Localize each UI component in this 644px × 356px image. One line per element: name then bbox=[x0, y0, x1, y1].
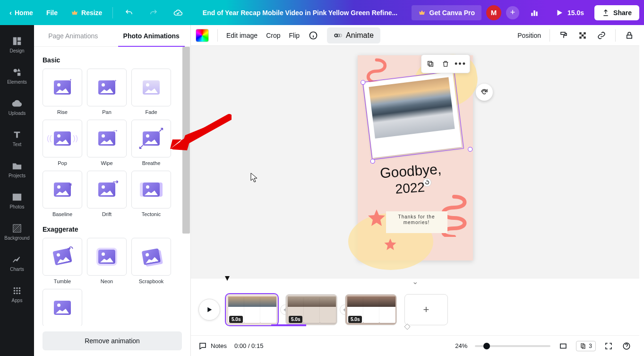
anim-scrapbook[interactable] bbox=[131, 238, 171, 276]
divider bbox=[112, 7, 113, 18]
anim-neon[interactable] bbox=[87, 238, 127, 276]
help-button[interactable] bbox=[621, 341, 632, 351]
animate-button[interactable]: Animate bbox=[327, 27, 380, 43]
star-decor bbox=[384, 238, 397, 251]
anim-baseline[interactable]: ⤒ bbox=[43, 171, 82, 208]
delete-button[interactable] bbox=[438, 57, 453, 71]
cloud-sync-button[interactable] bbox=[168, 2, 189, 23]
timeline-play-button[interactable] bbox=[198, 299, 220, 321]
playhead[interactable] bbox=[224, 275, 229, 280]
anim-pop[interactable]: (()) bbox=[43, 120, 82, 157]
svg-point-16 bbox=[14, 292, 16, 294]
duplicate-button[interactable] bbox=[423, 57, 438, 71]
svg-rect-23 bbox=[561, 32, 565, 35]
notes-button[interactable]: Notes bbox=[198, 342, 227, 350]
remove-animation-button[interactable]: Remove animation bbox=[43, 331, 182, 350]
position-button[interactable]: Position bbox=[517, 32, 541, 39]
bar-chart-icon bbox=[530, 8, 539, 17]
cloud-upload-icon bbox=[12, 98, 22, 109]
edit-image-button[interactable]: Edit image bbox=[226, 32, 258, 39]
rail-photos[interactable]: Photos bbox=[0, 185, 34, 216]
anim-drift[interactable]: ⇢ bbox=[87, 171, 127, 208]
anim-breathe[interactable]: ↙↗ bbox=[131, 120, 171, 157]
timeline-collapse[interactable]: ⌄ bbox=[191, 278, 639, 285]
zoom-slider[interactable] bbox=[475, 345, 550, 347]
rail-background[interactable]: Background bbox=[0, 216, 34, 247]
preview-button[interactable]: 15.0s bbox=[550, 9, 590, 17]
zoom-slider-thumb[interactable] bbox=[483, 343, 490, 349]
svg-rect-5 bbox=[17, 41, 21, 44]
get-pro-button[interactable]: Get Canva Pro bbox=[412, 5, 481, 20]
info-button[interactable] bbox=[308, 30, 318, 41]
rail-charts[interactable]: Charts bbox=[0, 247, 34, 278]
crown-icon bbox=[71, 9, 78, 17]
lock-icon bbox=[625, 31, 634, 40]
canvas-page[interactable]: Goodbye, 2022 Thanks for the memories! bbox=[358, 55, 473, 260]
file-menu[interactable]: File bbox=[42, 6, 62, 19]
transparency-button[interactable] bbox=[577, 30, 588, 41]
tab-photo-animations[interactable]: Photo Animations bbox=[112, 25, 191, 46]
expand-icon bbox=[604, 342, 613, 350]
timeline-clip-1[interactable]: 5.0s bbox=[226, 294, 278, 325]
flip-button[interactable]: Flip bbox=[289, 32, 300, 39]
timeline-clip-3[interactable]: 5.0s bbox=[345, 294, 397, 325]
lock-button[interactable] bbox=[624, 30, 635, 41]
timeline-clip-2[interactable]: 5.0s bbox=[285, 294, 337, 325]
anim-tectonic[interactable] bbox=[131, 171, 171, 208]
left-rail: Design Elements Uploads Text Projects Ph… bbox=[0, 25, 34, 356]
background-icon bbox=[12, 223, 22, 234]
timeline-range[interactable] bbox=[271, 324, 306, 326]
regenerate-button[interactable] bbox=[476, 84, 493, 101]
playback-time: 0:00 / 0:15 bbox=[234, 342, 263, 349]
fullscreen-button[interactable] bbox=[603, 341, 614, 351]
section-basic: Basic bbox=[43, 56, 182, 64]
anim-pan[interactable]: → bbox=[87, 69, 127, 106]
color-picker-button[interactable] bbox=[196, 29, 209, 42]
copy-style-button[interactable] bbox=[558, 30, 569, 41]
svg-point-10 bbox=[14, 287, 16, 289]
chevron-left-icon: ‹ bbox=[9, 9, 12, 17]
rail-projects[interactable]: Projects bbox=[0, 154, 34, 185]
home-button[interactable]: ‹ Home bbox=[5, 6, 38, 19]
divider bbox=[550, 29, 550, 42]
add-member-button[interactable]: + bbox=[506, 6, 519, 19]
undo-button[interactable] bbox=[119, 2, 139, 23]
document-title[interactable]: End of Year Recap Mobile Video in Pink Y… bbox=[193, 9, 406, 17]
page-indicator[interactable]: 3 bbox=[576, 341, 596, 351]
note-text[interactable]: Thanks for the memories! bbox=[386, 211, 447, 233]
resize-button[interactable]: Resize bbox=[66, 6, 107, 19]
anim-extra[interactable] bbox=[43, 289, 82, 326]
anim-fade[interactable] bbox=[131, 69, 171, 106]
svg-rect-25 bbox=[582, 34, 584, 36]
rail-design[interactable]: Design bbox=[0, 29, 34, 60]
anim-wipe[interactable]: → bbox=[87, 120, 127, 157]
add-page-button[interactable]: + bbox=[404, 294, 448, 325]
timeline-range-handle[interactable] bbox=[404, 323, 410, 329]
status-bar: Notes 0:00 / 0:15 24% 3 bbox=[191, 335, 639, 356]
rail-text[interactable]: Text bbox=[0, 122, 34, 154]
resize-handle-bl[interactable] bbox=[370, 159, 375, 164]
anim-rise[interactable]: ↑ bbox=[43, 69, 82, 106]
fit-view-button[interactable] bbox=[558, 341, 568, 351]
tab-page-animations[interactable]: Page Animations bbox=[34, 25, 112, 46]
avatar[interactable]: M bbox=[486, 5, 501, 20]
share-button[interactable]: Share bbox=[594, 5, 639, 20]
crop-button[interactable]: Crop bbox=[266, 32, 280, 39]
headline-text[interactable]: Goodbye, 2022 bbox=[379, 161, 456, 192]
top-bar: ‹ Home File Resize End of Year Recap Mob… bbox=[0, 0, 644, 25]
play-icon bbox=[555, 9, 564, 17]
insights-button[interactable] bbox=[524, 2, 545, 23]
resize-handle-br[interactable] bbox=[467, 147, 472, 152]
anim-tumble[interactable]: ↶ bbox=[43, 238, 82, 276]
svg-rect-31 bbox=[428, 61, 431, 65]
redo-button[interactable] bbox=[143, 2, 164, 23]
animations-scroll[interactable]: Basic ↑Rise →Pan Fade (())Pop →Wipe ↙↗Br… bbox=[34, 47, 190, 326]
selected-photo-element[interactable] bbox=[359, 71, 467, 163]
more-button[interactable]: ••• bbox=[454, 57, 468, 71]
template-icon bbox=[12, 36, 22, 46]
link-button[interactable] bbox=[596, 30, 607, 41]
rail-elements[interactable]: Elements bbox=[0, 60, 34, 91]
rail-uploads[interactable]: Uploads bbox=[0, 91, 34, 122]
rail-apps[interactable]: Apps bbox=[0, 278, 34, 310]
canvas-area[interactable]: Goodbye, 2022 Thanks for the memories! •… bbox=[191, 46, 639, 280]
